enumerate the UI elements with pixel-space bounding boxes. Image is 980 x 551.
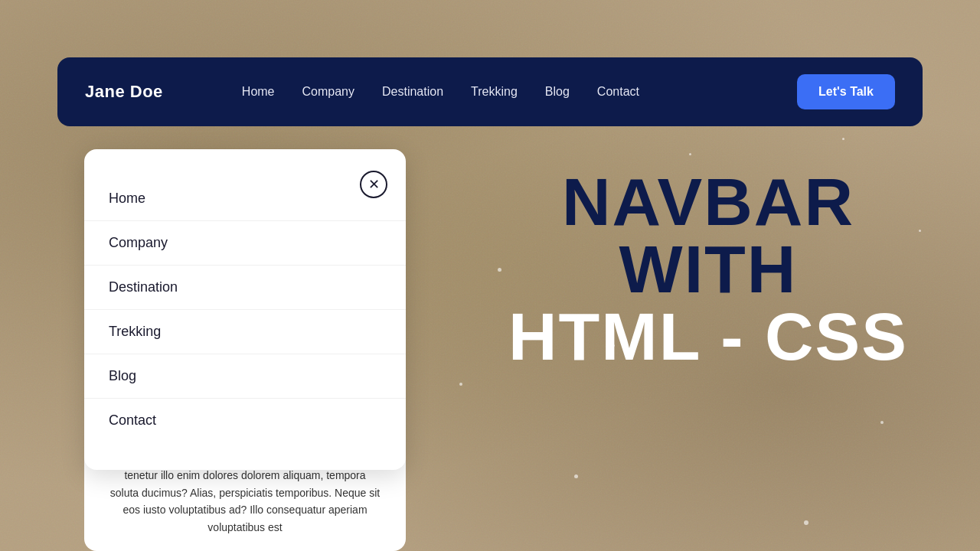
cta-button[interactable]: Let's Talk bbox=[797, 74, 895, 109]
hero-line-1: NAVBAR bbox=[494, 168, 923, 236]
sparkle-dot bbox=[842, 138, 844, 140]
mobile-nav-destination[interactable]: Destination bbox=[84, 266, 406, 310]
nav-destination[interactable]: Destination bbox=[382, 85, 443, 99]
mobile-nav-blog[interactable]: Blog bbox=[84, 354, 406, 399]
hero-line-2: WITH bbox=[494, 236, 923, 303]
mobile-nav-home[interactable]: Home bbox=[84, 177, 406, 221]
sparkle-dot bbox=[804, 520, 808, 525]
nav-links: Home Company Destination Trekking Blog C… bbox=[242, 85, 639, 99]
brand-name: Jane Doe bbox=[85, 82, 163, 102]
close-menu-button[interactable]: ✕ bbox=[360, 171, 387, 198]
mobile-menu-inner: ✕ Home Company Destination Trekking Blog… bbox=[84, 165, 406, 455]
sparkle-dot bbox=[574, 474, 578, 478]
mobile-menu-panel: ✕ Home Company Destination Trekking Blog… bbox=[84, 149, 406, 470]
nav-company[interactable]: Company bbox=[302, 85, 354, 99]
sparkle-dot bbox=[459, 383, 462, 386]
mobile-nav-trekking[interactable]: Trekking bbox=[84, 310, 406, 354]
navbar: Jane Doe Home Company Destination Trekki… bbox=[57, 57, 923, 126]
hero-line-3: HTML - CSS bbox=[494, 303, 923, 370]
nav-contact[interactable]: Contact bbox=[597, 85, 639, 99]
close-icon: ✕ bbox=[368, 176, 380, 193]
nav-trekking[interactable]: Trekking bbox=[471, 85, 518, 99]
sparkle-dot bbox=[689, 153, 691, 155]
mobile-nav-contact[interactable]: Contact bbox=[84, 399, 406, 442]
nav-blog[interactable]: Blog bbox=[545, 85, 570, 99]
bottom-text-content: tenetur illo enim dolores dolorem aliqua… bbox=[109, 467, 381, 536]
nav-home[interactable]: Home bbox=[242, 85, 275, 99]
hero-section: NAVBAR WITH HTML - CSS bbox=[494, 168, 923, 370]
mobile-nav-company[interactable]: Company bbox=[84, 221, 406, 266]
sparkle-dot bbox=[880, 421, 884, 424]
